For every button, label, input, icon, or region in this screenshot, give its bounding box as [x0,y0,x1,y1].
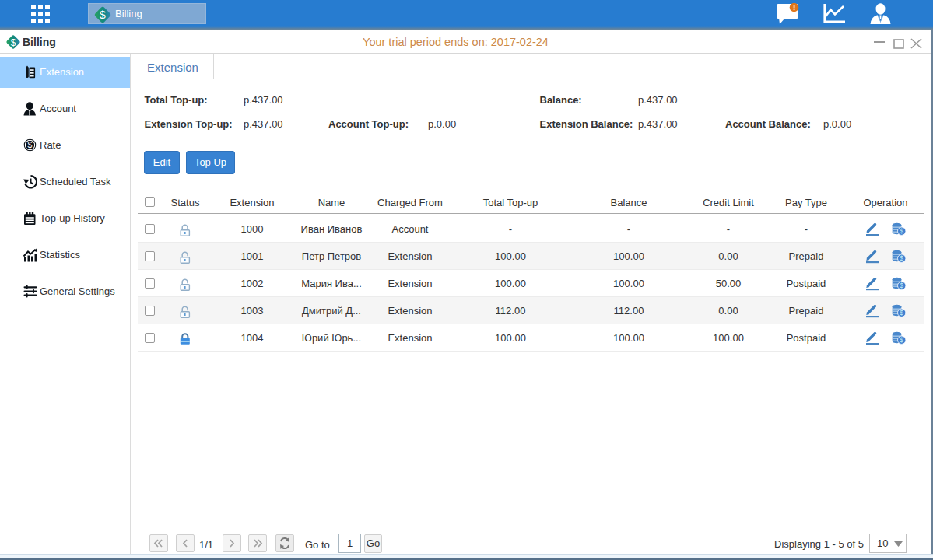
svg-text:$: $ [900,254,903,262]
svg-text:$: $ [100,9,106,21]
svg-text:$: $ [900,227,903,235]
svg-text:$: $ [900,336,903,344]
svg-text:$: $ [900,282,903,289]
svg-text:$: $ [900,309,903,317]
svg-text:$: $ [11,37,16,48]
svg-text:$: $ [28,140,33,149]
